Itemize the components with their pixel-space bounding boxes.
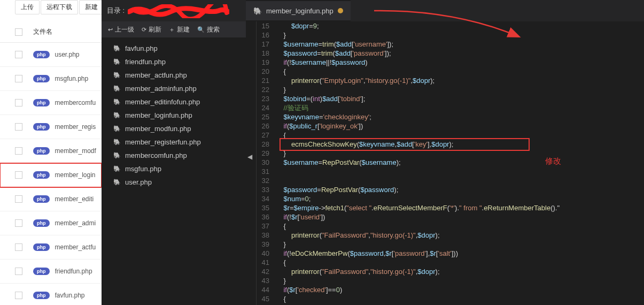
code-line[interactable]: 20 { (257, 67, 644, 76)
file-list-header: 文件名 (0, 21, 102, 43)
code-content: } (276, 276, 644, 285)
upload-button[interactable]: 上传 (15, 0, 40, 14)
code-content: printerror("FailPassword","history.go(-1… (276, 267, 644, 276)
code-content: if($public_r['loginkey_ok']) (276, 121, 644, 131)
file-checkbox[interactable] (15, 51, 22, 58)
code-line[interactable]: 31 (257, 167, 644, 176)
code-line[interactable]: 35 $r=$empire->fetch1("select ".eReturnS… (257, 203, 644, 212)
code-line[interactable]: 17 $username=trim($add['username']); (257, 40, 644, 49)
file-checkbox[interactable] (15, 123, 22, 131)
code-content: $keyvname='checkloginkey'; (276, 112, 644, 121)
file-checkbox[interactable] (15, 99, 22, 106)
code-line[interactable]: 37 { (257, 222, 644, 231)
code-line[interactable]: 34 $num=0; (257, 194, 644, 203)
tree-item[interactable]: 🐘msgfun.php (102, 162, 240, 176)
select-all-checkbox[interactable] (15, 28, 22, 36)
code-line[interactable]: 23 $tobind=(int)$add['tobind']; (257, 94, 644, 103)
tree-item[interactable]: 🐘user.php (102, 176, 240, 189)
line-number: 45 (257, 294, 276, 303)
new-button[interactable]: 新建 (79, 0, 104, 14)
file-name-label: member_login (55, 171, 96, 179)
tree-item[interactable]: 🐘favfun.php (102, 42, 240, 55)
modified-indicator-icon (338, 8, 343, 13)
file-row[interactable]: phpmember_editi (0, 187, 102, 211)
code-content: $tobind=(int)$add['tobind']; (276, 94, 644, 103)
code-content: { (276, 67, 644, 76)
file-row[interactable]: phpfriendfun.php (0, 260, 102, 284)
code-editor[interactable]: 15 $dopr=9;16 }17 $username=trim($add['u… (257, 21, 644, 305)
code-line[interactable]: 25 $keyvname='checkloginkey'; (257, 112, 644, 121)
code-content: $r=$empire->fetch1("select ".eReturnSele… (276, 203, 644, 212)
code-line[interactable]: 15 $dopr=9; (257, 21, 644, 30)
tree-item[interactable]: 🐘member_actfun.php (102, 68, 240, 82)
line-number: 33 (257, 185, 276, 194)
elephant-icon: 🐘 (113, 85, 121, 92)
file-checkbox[interactable] (15, 219, 22, 227)
top-button-bar: 上传 远程下载 新建 (15, 0, 104, 14)
file-row[interactable]: phpuser.php (0, 43, 102, 67)
code-content: if($r['checked']==0) (276, 285, 644, 294)
file-checkbox[interactable] (15, 243, 22, 251)
code-line[interactable]: 44 if($r['checked']==0) (257, 285, 644, 294)
code-line[interactable]: 18 $password=trim($add['password']); (257, 49, 644, 58)
search-button[interactable]: 🔍搜索 (197, 25, 220, 34)
code-line[interactable]: 36 if(!$r['userid']) (257, 212, 644, 222)
file-checkbox[interactable] (15, 147, 22, 155)
code-line[interactable]: 21 printerror("EmptyLogin","history.go(-… (257, 76, 644, 85)
line-number: 32 (257, 176, 276, 185)
code-line[interactable]: 39 } (257, 240, 644, 249)
file-row[interactable]: phpmember_modf (0, 139, 102, 163)
code-line[interactable]: 19 if(!$username||!$password) (257, 58, 644, 67)
code-line[interactable]: 38 printerror("FailPassword","history.go… (257, 231, 644, 240)
search-icon: 🔍 (197, 26, 205, 33)
elephant-icon: 🐘 (253, 7, 262, 15)
file-checkbox[interactable] (15, 171, 22, 179)
file-name-label: member_admi (55, 219, 96, 227)
tree-item[interactable]: 🐘friendfun.php (102, 55, 240, 68)
code-line[interactable]: 45 { (257, 294, 644, 303)
tree-item[interactable]: 🐘membercomfun.php (102, 149, 240, 162)
file-row[interactable]: phpmember_admi (0, 211, 102, 235)
file-name-label: member_regis (55, 123, 96, 131)
ide-path-bar: 目录 : (102, 0, 644, 21)
file-checkbox[interactable] (15, 292, 22, 299)
file-row[interactable]: phpmember_regis (0, 115, 102, 139)
fold-arrow-icon[interactable]: ◀ (247, 153, 252, 161)
tree-item[interactable]: 🐘member_editinfofun.php (102, 95, 240, 109)
code-line[interactable]: 26 if($public_r['loginkey_ok']) (257, 121, 644, 131)
tree-item[interactable]: 🐘member_adminfun.php (102, 82, 240, 95)
tree-item[interactable]: 🐘member_modfun.php (102, 122, 240, 135)
file-row[interactable]: phpfavfun.php (0, 284, 102, 305)
file-checkbox[interactable] (15, 75, 22, 82)
remote-download-button[interactable]: 远程下载 (41, 0, 78, 14)
file-name-label: member_actfu (55, 243, 96, 251)
code-line[interactable]: 16 } (257, 30, 644, 40)
line-number: 29 (257, 149, 276, 158)
elephant-icon: 🐘 (113, 112, 121, 119)
editor-tab[interactable]: 🐘 member_loginfun.php (246, 1, 351, 20)
code-line[interactable]: 41 { (257, 258, 644, 267)
code-line[interactable]: 24 //验证码 (257, 103, 644, 112)
file-checkbox[interactable] (15, 268, 22, 275)
file-row[interactable]: phpmembercomfu (0, 91, 102, 115)
code-line[interactable]: 22 } (257, 85, 644, 94)
tree-item[interactable]: 🐘member_registerfun.php (102, 135, 240, 149)
file-row[interactable]: phpmsgfun.php (0, 67, 102, 91)
line-number: 36 (257, 212, 276, 222)
code-line[interactable]: 32 (257, 176, 644, 185)
code-line[interactable]: 43 } (257, 276, 644, 285)
file-row[interactable]: phpmember_login (0, 163, 102, 187)
file-row[interactable]: phpmember_actfu (0, 235, 102, 260)
file-name-label: member_editi (55, 195, 94, 203)
code-line[interactable]: 42 printerror("FailPassword","history.go… (257, 267, 644, 276)
new-file-button[interactable]: ＋新建 (169, 25, 190, 34)
tree-item-label: member_adminfun.php (125, 85, 197, 93)
up-level-button[interactable]: ↩上一级 (108, 25, 134, 34)
code-line[interactable]: 30 $username=RepPostVar($username); (257, 158, 644, 167)
refresh-button[interactable]: ⟳刷新 (142, 25, 161, 34)
ide-panel: 目录 : ↩上一级 ⟳刷新 ＋新建 🔍搜索 🐘favfun.php🐘friend… (102, 0, 644, 305)
code-line[interactable]: 40 if(!eDoCkMemberPw($password,$r['passw… (257, 249, 644, 258)
code-line[interactable]: 33 $password=RepPostVar($password); (257, 185, 644, 194)
tree-item[interactable]: 🐘member_loginfun.php (102, 109, 240, 122)
file-checkbox[interactable] (15, 195, 22, 203)
